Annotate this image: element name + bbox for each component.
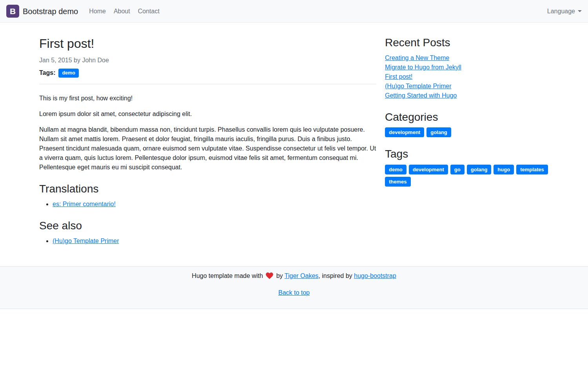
- translation-link-es[interactable]: es: Primer comentario!: [53, 201, 116, 207]
- footer-credit-text: Hugo template made with: [192, 272, 263, 279]
- tags-badge-group: demo development go golang hugo template…: [385, 165, 549, 187]
- footer-credit: Hugo template made with by Tiger Oakes, …: [0, 271, 588, 282]
- recent-post-link[interactable]: Creating a New Theme: [385, 54, 449, 61]
- list-item: (Hu)go Template Primer: [53, 236, 376, 246]
- heart-icon: [266, 272, 273, 282]
- post-paragraph: Nullam at magna blandit, bibendum massa …: [39, 125, 376, 172]
- category-badge[interactable]: golang: [426, 127, 451, 137]
- tag-badge[interactable]: templates: [516, 165, 548, 174]
- see-also-heading: See also: [39, 219, 376, 232]
- footer-by-text: by: [276, 272, 283, 279]
- navbar: B Bootstrap demo Home About Contact Lang…: [0, 0, 588, 23]
- brand-link[interactable]: B Bootstrap demo: [6, 5, 78, 18]
- translations-list: es: Primer comentario!: [39, 200, 376, 209]
- nav-link-about[interactable]: About: [110, 4, 134, 19]
- post-article: First post! Jan 5, 2015 by John Doe Tags…: [39, 36, 376, 252]
- back-to-top-link[interactable]: Back to top: [278, 289, 310, 296]
- list-item: (Hu)go Template Primer: [385, 82, 549, 91]
- navbar-left: B Bootstrap demo Home About Contact: [6, 4, 163, 19]
- recent-posts-list: Creating a New Theme Migrate to Hugo fro…: [385, 53, 549, 100]
- list-item: Getting Started with Hugo: [385, 91, 549, 100]
- see-also-link-hugo-template-primer[interactable]: (Hu)go Template Primer: [53, 238, 119, 244]
- recent-post-link[interactable]: First post!: [385, 73, 412, 80]
- list-item: es: Primer comentario!: [53, 200, 376, 209]
- brand-title: Bootstrap demo: [23, 5, 78, 17]
- tag-badge[interactable]: themes: [385, 177, 411, 187]
- bootstrap-logo-letter: B: [10, 5, 16, 18]
- navbar-right: Language: [543, 4, 582, 19]
- tag-badge[interactable]: go: [450, 165, 465, 174]
- categories-heading: Categories: [385, 111, 549, 124]
- language-dropdown[interactable]: Language: [543, 4, 582, 19]
- tag-badge[interactable]: development: [409, 165, 448, 174]
- recent-posts-heading: Recent Posts: [385, 36, 549, 49]
- post-paragraph: This is my first post, how exciting!: [39, 94, 376, 103]
- post-paragraph: Lorem ipsum dolor sit amet, consectetur …: [39, 109, 376, 119]
- recent-post-link[interactable]: Getting Started with Hugo: [385, 92, 457, 99]
- see-also-list: (Hu)go Template Primer: [39, 236, 376, 246]
- recent-post-link[interactable]: Migrate to Hugo from Jekyll: [385, 64, 461, 71]
- inspired-by-link[interactable]: hugo-bootstrap: [354, 272, 396, 279]
- tag-badge[interactable]: demo: [385, 165, 407, 174]
- list-item: Migrate to Hugo from Jekyll: [385, 63, 549, 72]
- back-to-top-row: Back to top: [0, 288, 588, 298]
- tags-heading: Tags: [385, 147, 549, 161]
- post-tags-line: Tags: demo: [39, 68, 376, 78]
- tag-badge[interactable]: golang: [467, 165, 492, 174]
- language-dropdown-label: Language: [547, 7, 575, 16]
- sidebar: Recent Posts Creating a New Theme Migrat…: [385, 36, 549, 190]
- recent-post-link[interactable]: (Hu)go Template Primer: [385, 83, 452, 89]
- page-title: First post!: [39, 36, 376, 51]
- tags-label: Tags:: [39, 68, 55, 78]
- nav-link-home[interactable]: Home: [85, 4, 110, 19]
- content-container: First post! Jan 5, 2015 by John Doe Tags…: [0, 23, 588, 252]
- bootstrap-logo-icon: B: [6, 5, 19, 18]
- category-badge[interactable]: development: [385, 127, 424, 137]
- post-divider: [39, 84, 376, 84]
- chevron-down-icon: [578, 10, 582, 12]
- footer-inspired-text: , inspired by: [318, 272, 352, 279]
- translations-heading: Translations: [39, 182, 376, 196]
- nav-link-contact[interactable]: Contact: [134, 4, 163, 19]
- footer: Hugo template made with by Tiger Oakes, …: [0, 266, 588, 309]
- list-item: First post!: [385, 72, 549, 82]
- list-item: Creating a New Theme: [385, 53, 549, 63]
- author-link[interactable]: Tiger Oakes: [285, 272, 319, 279]
- categories-badge-group: development golang: [385, 127, 549, 137]
- tag-badge[interactable]: hugo: [494, 165, 514, 174]
- tag-badge-demo[interactable]: demo: [58, 69, 78, 78]
- post-meta: Jan 5, 2015 by John Doe: [39, 56, 376, 65]
